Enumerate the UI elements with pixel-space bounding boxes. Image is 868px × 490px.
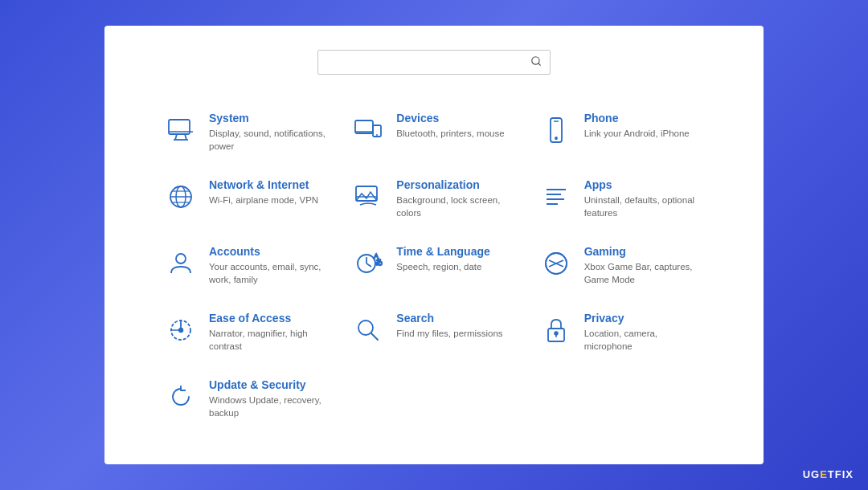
settings-item-update[interactable]: Update & SecurityWindows Update, recover…	[153, 365, 340, 432]
system-subtitle: Display, sound, notifications, power	[209, 127, 329, 153]
svg-point-42	[555, 332, 558, 335]
personalization-subtitle: Background, lock screen, colors	[396, 194, 516, 219]
update-subtitle: Windows Update, recovery, backup	[209, 394, 329, 419]
watermark: UGETFIX	[803, 468, 854, 480]
time-subtitle: Speech, region, date	[396, 260, 489, 273]
time-title: Time & Language	[396, 245, 489, 258]
network-icon	[164, 180, 198, 214]
time-icon: A あ	[351, 247, 385, 280]
settings-item-phone[interactable]: PhoneLink your Android, iPhone	[528, 99, 715, 165]
system-icon	[164, 113, 198, 147]
network-subtitle: Wi-Fi, airplane mode, VPN	[209, 194, 318, 206]
settings-item-gaming[interactable]: GamingXbox Game Bar, captures, Game Mode	[528, 232, 715, 299]
svg-line-28	[366, 263, 371, 267]
svg-point-25	[176, 254, 186, 263]
gaming-title: Gaming	[584, 245, 704, 258]
apps-subtitle: Uninstall, defaults, optional features	[584, 194, 704, 219]
devices-subtitle: Bluetooth, printers, mouse	[396, 127, 504, 140]
settings-item-network[interactable]: Network & InternetWi-Fi, airplane mode, …	[153, 165, 340, 232]
gaming-subtitle: Xbox Game Bar, captures, Game Mode	[584, 260, 704, 286]
devices-title: Devices	[396, 112, 504, 125]
search-icon	[530, 55, 542, 69]
settings-item-privacy[interactable]: PrivacyLocation, camera, microphone	[528, 299, 715, 365]
settings-item-time[interactable]: A あ Time & LanguageSpeech, region, date	[340, 232, 527, 299]
ease-subtitle: Narrator, magnifier, high contrast	[209, 327, 329, 353]
settings-window: SystemDisplay, sound, notifications, pow…	[104, 26, 764, 465]
update-title: Update & Security	[209, 378, 329, 391]
privacy-subtitle: Location, camera, microphone	[584, 327, 704, 353]
personalization-title: Personalization	[396, 178, 516, 191]
svg-line-3	[175, 134, 177, 140]
search-subtitle: Find my files, permissions	[396, 327, 502, 340]
search-input[interactable]	[326, 55, 526, 68]
settings-item-accounts[interactable]: AccountsYour accounts, email, sync, work…	[153, 232, 340, 299]
phone-title: Phone	[584, 112, 690, 125]
accounts-title: Accounts	[209, 245, 329, 258]
system-title: System	[209, 112, 329, 125]
search-title: Search	[396, 312, 502, 325]
settings-item-apps[interactable]: AppsUninstall, defaults, optional featur…	[528, 165, 715, 232]
accounts-subtitle: Your accounts, email, sync, work, family	[209, 260, 329, 286]
ease-title: Ease of Access	[209, 312, 329, 325]
personalization-icon	[351, 180, 385, 214]
search-bar[interactable]	[317, 50, 551, 75]
phone-subtitle: Link your Android, iPhone	[584, 127, 690, 140]
privacy-icon	[539, 313, 573, 347]
svg-line-4	[185, 134, 186, 140]
search-icon	[351, 313, 385, 347]
svg-point-13	[555, 137, 556, 138]
phone-icon	[539, 113, 573, 147]
devices-icon	[351, 113, 385, 147]
update-icon	[164, 380, 198, 414]
apps-title: Apps	[584, 178, 704, 191]
network-title: Network & Internet	[209, 178, 318, 191]
settings-grid: SystemDisplay, sound, notifications, pow…	[153, 99, 715, 433]
settings-item-personalization[interactable]: PersonalizationBackground, lock screen, …	[340, 165, 527, 232]
ease-icon	[164, 313, 198, 347]
settings-item-system[interactable]: SystemDisplay, sound, notifications, pow…	[153, 99, 340, 165]
svg-text:あ: あ	[375, 258, 383, 266]
svg-point-37	[179, 329, 183, 333]
settings-item-search[interactable]: SearchFind my files, permissions	[340, 299, 527, 365]
settings-item-ease[interactable]: Ease of AccessNarrator, magnifier, high …	[153, 299, 340, 365]
privacy-title: Privacy	[584, 312, 704, 325]
svg-line-1	[538, 63, 541, 65]
settings-item-devices[interactable]: DevicesBluetooth, printers, mouse	[340, 99, 527, 165]
accounts-icon	[164, 247, 198, 280]
apps-icon	[539, 180, 573, 214]
gaming-icon	[539, 247, 573, 280]
svg-line-40	[371, 333, 378, 340]
